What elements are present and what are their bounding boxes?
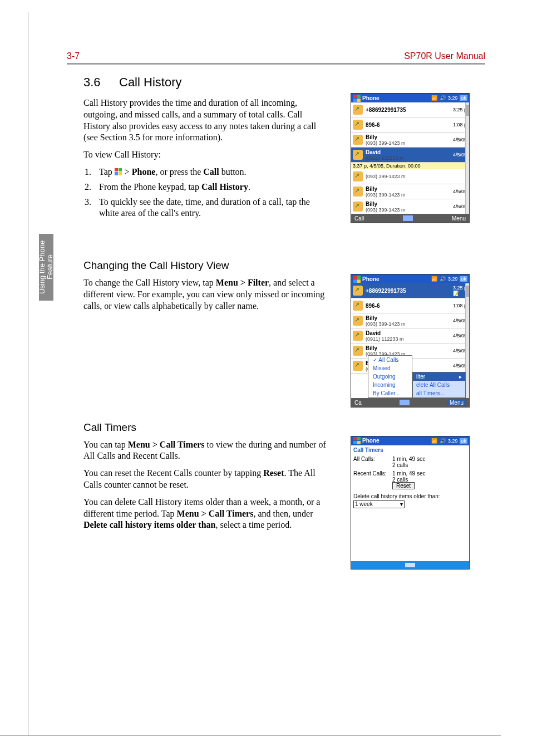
delete-period-select[interactable]: 1 week▾ <box>353 500 405 508</box>
scrollbar[interactable] <box>465 102 469 214</box>
section-heading-3-6: 3.6Call History <box>83 75 484 90</box>
margin-rule-left <box>28 12 28 736</box>
submenu-call-timers[interactable]: all Timers... <box>413 389 465 397</box>
outgoing-call-icon <box>353 361 363 371</box>
menu-submenu[interactable]: ilter ▸ elete All Calls all Timers... <box>412 372 466 398</box>
outgoing-call-icon <box>353 331 363 341</box>
call-history-row[interactable]: (093) 399-1423 m <box>351 169 469 184</box>
fig2-time: 3:29 <box>448 276 458 282</box>
start-icon[interactable] <box>353 94 361 102</box>
outgoing-call-icon <box>353 105 363 115</box>
fig2-softbar: Ca Menu <box>351 398 469 407</box>
filter-option[interactable]: Missed <box>368 364 412 372</box>
fig3-titlebar: Phone 📶 🔊 3:29 ok <box>351 436 469 445</box>
outgoing-call-icon <box>353 171 363 181</box>
fig1-titlebar: Phone 📶 🔊 3:29 ok <box>351 94 469 102</box>
fig2-app: Phone <box>362 276 379 282</box>
reset-button[interactable]: Reset <box>392 482 415 489</box>
call-detail-popup: 3:37 p, 4/5/05, Duration: 00:00 <box>351 163 469 169</box>
outgoing-call-icon <box>353 186 363 197</box>
para-timers-3: You can delete Call History items older … <box>83 497 328 531</box>
chevron-down-icon: ▾ <box>400 501 403 507</box>
windows-icon <box>115 168 122 176</box>
chapter-tab: Using the Phone Feature <box>39 234 53 301</box>
row-recent-calls: Recent Calls: 1 min, 49 sec2 calls Reset <box>351 469 469 490</box>
page-header: 3-7 SP70R User Manual <box>67 51 485 65</box>
step-2: From the Phone keypad, tap Call History. <box>93 181 328 193</box>
para-timers-1: You can tap Menu > Call Timers to view t… <box>83 439 328 463</box>
step-1: Tap > Phone, or press the Call button. <box>93 166 328 178</box>
step-3: To quickly see the date, time, and durat… <box>93 197 328 220</box>
subhead-changing: Changing the Call History View <box>83 259 484 272</box>
call-history-row[interactable]: 896-61:08 p <box>351 117 469 132</box>
outgoing-call-icon <box>353 346 363 356</box>
fig3-app: Phone <box>362 438 379 444</box>
para-to-view: To view Call History: <box>83 149 328 161</box>
sip-icon[interactable] <box>405 563 415 567</box>
para-timers-2: You can reset the Recent Calls counter b… <box>83 468 328 491</box>
subhead-timers: Call Timers <box>83 421 484 434</box>
outgoing-call-icon <box>353 150 363 160</box>
speaker-icon: 🔊 <box>440 95 446 101</box>
sip-icon[interactable] <box>400 400 410 405</box>
submenu-delete-all[interactable]: elete All Calls <box>413 381 465 389</box>
outgoing-call-icon <box>353 202 363 212</box>
steps-list: Tap > Phone, or press the Call button. F… <box>83 166 328 219</box>
fig1-softbar: Call Menu <box>351 214 469 223</box>
outgoing-call-icon <box>353 135 363 145</box>
figure-call-timers: Phone 📶 🔊 3:29 ok Call Timers All Calls:… <box>351 436 470 570</box>
filter-menu[interactable]: All CallsMissedOutgoingIncomingBy Caller… <box>368 355 412 398</box>
page-number: 3-7 <box>67 51 80 61</box>
call-history-row[interactable]: +8869229917353:25 p <box>351 102 469 117</box>
outgoing-call-icon <box>353 120 363 130</box>
margin-rule-bottom <box>0 735 501 736</box>
para-changing: To change the Call History view, tap Men… <box>83 277 328 312</box>
softkey-call[interactable]: Call <box>354 215 364 222</box>
call-history-row[interactable]: David(0911) 112233 m4/5/05 <box>351 328 469 343</box>
filter-option[interactable]: All Calls <box>368 356 412 364</box>
outgoing-call-icon <box>353 286 363 296</box>
signal-icon: 📶 <box>431 95 437 101</box>
fig2-titlebar: Phone 📶 🔊 3:29 ok <box>351 274 469 283</box>
row-all-calls: All Calls: 1 min, 49 sec2 calls <box>351 455 469 469</box>
start-icon[interactable] <box>353 275 361 283</box>
filter-option[interactable]: Incoming <box>368 381 412 389</box>
fig3-bottombar <box>351 561 469 569</box>
ok-button[interactable]: ok <box>460 95 467 101</box>
figure-call-history: Phone 📶 🔊 3:29 ok +8869229917353:25 p896… <box>351 93 470 223</box>
start-icon[interactable] <box>353 437 361 445</box>
softkey-menu[interactable]: Menu <box>452 215 466 222</box>
ok-button[interactable]: ok <box>460 276 467 282</box>
scrollbar[interactable] <box>465 283 469 398</box>
doc-title: SP70R User Manual <box>404 51 485 61</box>
call-history-row[interactable]: Billy(093) 399-1423 m4/5/05 <box>351 199 469 214</box>
softkey-call[interactable]: Ca <box>354 400 362 406</box>
fig3-subtitle: Call Timers <box>351 445 469 455</box>
filter-option[interactable]: By Caller... <box>368 389 412 397</box>
delete-label: Delete call history items older than: <box>351 490 469 499</box>
call-history-row[interactable]: Billy(093) 399-1423 m4/5/05 <box>351 132 469 148</box>
header-rule <box>67 63 485 65</box>
fig1-time: 3:29 <box>448 95 458 101</box>
ok-button[interactable]: ok <box>460 438 467 444</box>
filter-option[interactable]: Outgoing <box>368 372 412 381</box>
call-history-row[interactable]: David(0911) 112233 m4/5/05 <box>351 148 469 163</box>
call-history-row[interactable]: Billy(093) 399-1423 m4/5/05 <box>351 313 469 328</box>
call-history-row[interactable]: 896-61:08 p <box>351 298 469 313</box>
call-history-row[interactable]: +8869229917353:25 p📝 <box>351 283 469 298</box>
sip-icon[interactable] <box>403 215 413 221</box>
fig3-time: 3:29 <box>448 438 458 444</box>
para-intro: Call History provides the time and durat… <box>83 97 328 144</box>
figure-filter-menu: Phone 📶 🔊 3:29 ok +8869229917353:25 p📝89… <box>351 274 470 408</box>
submenu-filter[interactable]: ilter ▸ <box>413 372 465 381</box>
call-history-row[interactable]: Billy(093) 399-1423 m4/5/05 <box>351 184 469 199</box>
softkey-menu-active[interactable]: Menu <box>447 400 466 406</box>
outgoing-call-icon <box>353 316 363 326</box>
outgoing-call-icon <box>353 301 363 311</box>
fig1-app: Phone <box>362 95 379 101</box>
